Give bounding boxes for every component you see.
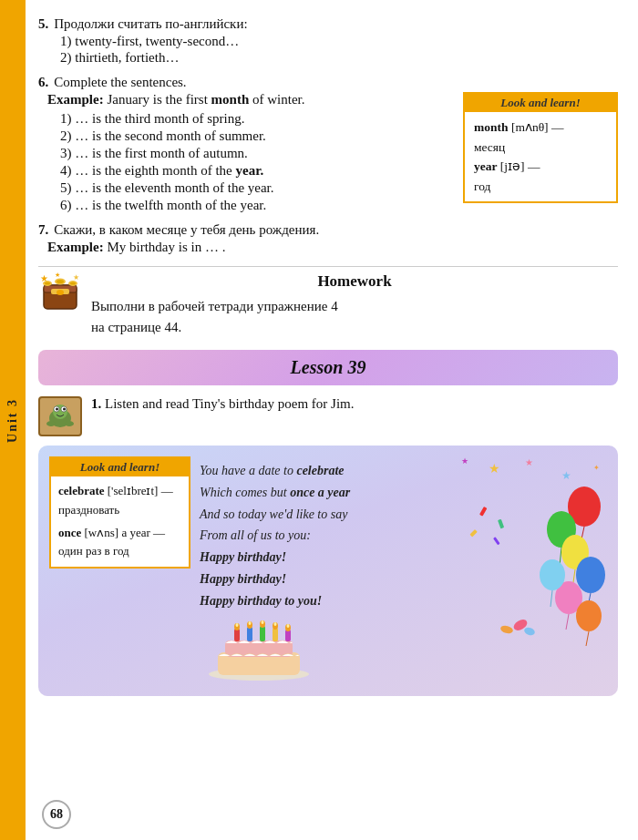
poem-happy-1: Happy birthday!	[200, 550, 286, 564]
trans-celebrate: праздновать	[58, 503, 119, 517]
example-7-label: Example:	[47, 240, 104, 254]
section-6: 6. Complete the sentences. Look and lear…	[38, 75, 618, 215]
example-bold-word: month	[211, 92, 250, 107]
poem-line-5: Happy birthday!	[200, 547, 607, 569]
homework-title: Homework	[91, 272, 618, 291]
look-learn-word-month: month	[474, 120, 509, 134]
section-5-title: Продолжи считать по-английски:	[54, 16, 247, 32]
svg-point-18	[63, 408, 66, 411]
section-7: 7. Скажи, в каком месяце у тебя день рож…	[38, 222, 618, 255]
poem-right-area: ★ ★ ★ ★ ✦	[200, 456, 607, 685]
poem-line-2: Which comes but once a year	[200, 482, 607, 504]
homework-body: Homework Выполни в рабочей тетради упраж…	[91, 272, 618, 337]
svg-point-19	[46, 421, 56, 426]
svg-point-61	[249, 621, 252, 625]
birthday-cake-area	[200, 618, 607, 685]
look-learn-line-1: month [mʌnθ] — месяц	[474, 118, 607, 157]
page-number: 68	[42, 800, 71, 829]
birthday-cake-svg	[200, 618, 318, 681]
list-item: 1) twenty-first, twenty-second…	[60, 34, 618, 49]
homework-section: ★ ★ ★ Homework Выполни в рабочей тетради…	[38, 266, 618, 337]
homework-icon: ★ ★ ★	[38, 272, 82, 312]
example-text: January is the first month of winter.	[107, 92, 304, 107]
phonetic-celebrate: ['selɪbreɪt] —	[108, 484, 173, 497]
section-7-number: 7.	[38, 222, 48, 238]
look-learn-phonetic-month: [mʌnθ] —	[511, 120, 564, 134]
trans-once: один раз в год	[58, 544, 129, 558]
lesson39-section1-text: 1. Listen and read Tiny's birthday poem …	[91, 396, 355, 412]
section-5-number: 5.	[38, 16, 48, 32]
ll-line-once: once [wʌns] a year — один раз в год	[58, 524, 181, 562]
svg-point-62	[262, 620, 264, 624]
look-learn-trans-month: месяц	[474, 140, 505, 154]
section-5-items: 1) twenty-first, twenty-second… 2) thirt…	[38, 34, 618, 66]
list-item: 2) thirtieth, fortieth…	[60, 50, 618, 66]
look-learn-phonetic-year: [jɪə] —	[500, 159, 540, 173]
svg-text:★: ★	[55, 272, 60, 279]
svg-rect-50	[234, 629, 240, 641]
poem-happy-3: Happy birthday to you!	[200, 594, 322, 608]
poem-text: You have a date to celebrate Which comes…	[200, 456, 607, 612]
page-container: Unit 3 5. Продолжи считать по-английски:…	[0, 0, 638, 840]
section-7-header: 7. Скажи, в каком месяце у тебя день рож…	[38, 222, 618, 238]
section-7-example: Example: My birthday is in … .	[38, 240, 618, 255]
lesson39-section1: 1. Listen and read Tiny's birthday poem …	[38, 396, 618, 436]
svg-rect-52	[260, 626, 265, 641]
birthday-card: Look and learn! celebrate ['selɪbreɪt] —…	[38, 446, 618, 696]
poem-line-3: And so today we'd like to say	[200, 504, 607, 526]
look-learn-word-year: year	[474, 159, 497, 173]
svg-point-63	[274, 622, 277, 626]
svg-point-64	[287, 624, 290, 628]
svg-rect-51	[247, 627, 252, 641]
poem-line-1: You have a date to celebrate	[200, 460, 607, 482]
poem-happy-2: Happy birthday!	[200, 572, 286, 586]
svg-text:★: ★	[73, 273, 79, 282]
example-7-text: My birthday is in … .	[107, 240, 225, 254]
sentence-4-text: 4) … is the eighth month of the	[60, 163, 232, 178]
look-learn-box-pink: Look and learn! celebrate ['selɪbreɪt] —…	[49, 456, 190, 569]
poem-word-celebrate: celebrate	[296, 464, 344, 477]
svg-point-17	[56, 408, 58, 411]
section-7-title: Скажи, в каком месяце у тебя день рожден…	[54, 222, 319, 238]
sentence-4-bold: year.	[235, 163, 263, 178]
word-celebrate: celebrate	[58, 484, 105, 497]
look-learn-header-pink: Look and learn!	[51, 458, 189, 476]
svg-point-9	[70, 282, 76, 285]
look-learn-trans-year: год	[474, 179, 490, 193]
look-learn-header: Look and learn!	[465, 94, 616, 112]
main-content: 5. Продолжи считать по-английски: 1) twe…	[26, 0, 638, 840]
homework-line-2: на странице 44.	[91, 320, 181, 334]
section-6-number: 6.	[38, 75, 48, 90]
svg-rect-53	[273, 628, 278, 641]
poem-line-4: From all of us to you:	[200, 525, 607, 547]
poem-word-once: once a year	[290, 486, 350, 499]
unit-tab-label: Unit 3	[5, 398, 20, 443]
section-5-header: 5. Продолжи считать по-английски:	[38, 16, 618, 32]
lesson-39-banner: Lesson 39	[38, 350, 618, 385]
svg-text:★: ★	[40, 273, 48, 283]
poem-line-6: Happy birthday!	[200, 569, 607, 590]
homework-text: Выполни в рабочей тетради упражнение 4 н…	[91, 296, 618, 337]
section-1-text: Listen and read Tiny's birthday poem for…	[105, 396, 355, 411]
pot-icon: ★ ★ ★	[38, 272, 82, 312]
section-6-title: Complete the sentences.	[54, 75, 186, 90]
phonetic-once: [wʌns] a year —	[85, 526, 166, 539]
look-learn-box: Look and learn! month [mʌnθ] — месяц yea…	[463, 92, 618, 203]
svg-point-20	[65, 421, 74, 426]
look-learn-content: month [mʌnθ] — месяц year [jɪə] — год	[474, 118, 607, 196]
ll-line-celebrate: celebrate ['selɪbreɪt] — праздновать	[58, 482, 181, 520]
word-once: once	[58, 526, 81, 539]
svg-point-8	[57, 280, 64, 283]
svg-point-60	[236, 623, 239, 627]
svg-point-3	[57, 290, 64, 295]
poem-line-7: Happy birthday to you!	[200, 590, 607, 612]
frog-icon	[44, 400, 77, 433]
section-1-number: 1.	[91, 396, 101, 411]
example-label: Example:	[47, 92, 104, 107]
section-5: 5. Продолжи считать по-английски: 1) twe…	[38, 16, 618, 66]
homework-line-1: Выполни в рабочей тетради упражнение 4	[91, 299, 338, 313]
section-6-header: 6. Complete the sentences.	[38, 75, 618, 90]
tiny-character-icon	[38, 396, 82, 436]
look-learn-line-2: year [jɪə] — год	[474, 157, 607, 196]
unit-tab: Unit 3	[0, 0, 26, 840]
